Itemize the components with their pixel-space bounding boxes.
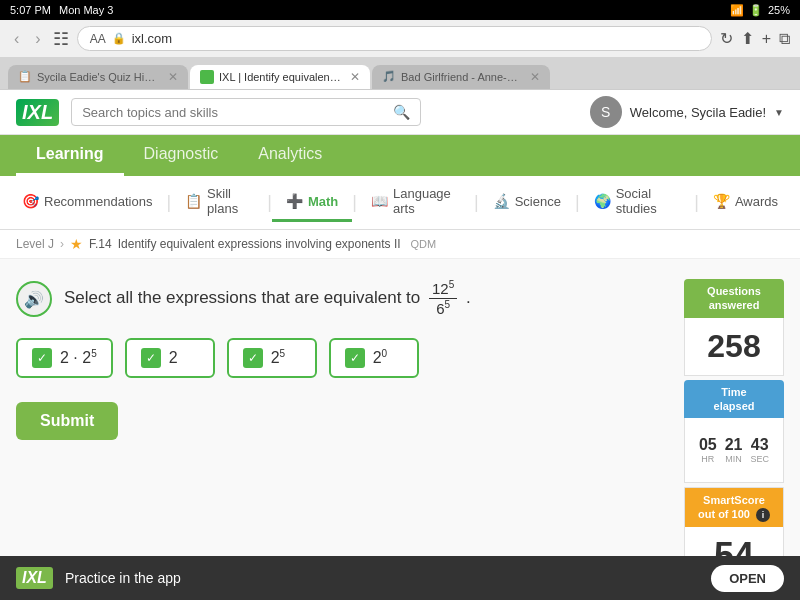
time-sec-unit: 43 SEC [750,436,769,464]
science-icon: 🔬 [493,193,510,209]
tab-close-music[interactable]: ✕ [530,70,540,84]
browser-toolbar: ‹ › ☷ AA 🔒 ixl.com ↻ ⬆ + ⧉ [0,20,800,57]
user-menu[interactable]: S Welcome, Sycila Eadie! ▼ [590,96,784,128]
reload-button[interactable]: ↻ [720,29,733,48]
recommendations-icon: 🎯 [22,193,39,209]
banner-logo-text: IXL [22,569,47,586]
status-time: 5:07 PM [10,4,51,16]
status-day: Mon May 3 [59,4,113,16]
browser-tab-ixl[interactable]: IXL | Identify equivalent expressions in… [190,65,370,89]
subnav-awards[interactable]: 🏆 Awards [699,183,792,222]
breadcrumb-tag: QDM [411,238,437,250]
browser-tabs: 📋 Sycila Eadie's Quiz History: Ch 9 Test… [0,57,800,89]
tab-title-ixl: IXL | Identify equivalent expressions in… [219,71,341,83]
font-size-label: AA [90,32,106,46]
questions-answered-label: Questions answered [684,279,784,318]
main-content: 🔊 Select all the expressions that are eq… [0,259,800,600]
tab-title-quiz: Sycila Eadie's Quiz History: Ch 9 Test [37,71,159,83]
time-min-unit: 21 MIN [725,436,743,464]
time-hr-label: HR [699,454,717,464]
subnav-language-arts-label: Language arts [393,186,460,216]
tab-switcher-button[interactable]: ⧉ [779,30,790,48]
sub-nav: 🎯 Recommendations | 📋 Skill plans | ➕ Ma… [0,176,800,230]
choice-2[interactable]: ✓ 2 [125,338,215,378]
url-bar[interactable]: AA 🔒 ixl.com [77,26,712,51]
ixl-app: IXL 🔍 S Welcome, Sycila Eadie! ▼ Learnin… [0,90,800,570]
time-min-label: MIN [725,454,743,464]
subnav-math-label: Math [308,194,338,209]
subnav-awards-label: Awards [735,194,778,209]
choice-3[interactable]: ✓ 25 [227,338,317,378]
back-button[interactable]: ‹ [10,28,23,50]
subnav-science-label: Science [515,194,561,209]
choice-1[interactable]: ✓ 2 · 25 [16,338,113,378]
fraction-denominator: 65 [433,299,453,318]
audio-button[interactable]: 🔊 [16,281,52,317]
choice-4[interactable]: ✓ 20 [329,338,419,378]
tab-title-music: Bad Girlfriend - Anne-Marie [401,71,521,83]
share-button[interactable]: ⬆ [741,29,754,48]
forward-button[interactable]: › [31,28,44,50]
user-dropdown-icon[interactable]: ▼ [774,107,784,118]
nav-item-learning[interactable]: Learning [16,135,124,176]
subnav-math[interactable]: ➕ Math [272,183,352,222]
lock-icon: 🔒 [112,32,126,45]
nav-item-analytics[interactable]: Analytics [238,135,342,176]
fraction-numerator: 125 [429,279,457,299]
search-bar[interactable]: 🔍 [71,98,421,126]
subnav-social-studies-label: Social studies [616,186,681,216]
question-prompt: Select all the expressions that are equi… [64,288,420,307]
search-input[interactable] [82,105,387,120]
question-text: Select all the expressions that are equi… [64,279,471,318]
time-elapsed-label: Time elapsed [684,380,784,419]
avatar-initial: S [601,104,610,120]
bookmarks-button[interactable]: ☷ [53,28,69,50]
time-hr-value: 05 [699,436,717,454]
status-bar-right: 📶 🔋 25% [730,4,790,17]
time-hr-unit: 05 HR [699,436,717,464]
nav-item-diagnostic[interactable]: Diagnostic [124,135,239,176]
checkbox-2[interactable]: ✓ [141,348,161,368]
questions-answered-value: 258 [707,328,760,364]
ixl-header: IXL 🔍 S Welcome, Sycila Eadie! ▼ [0,90,800,135]
checkbox-1[interactable]: ✓ [32,348,52,368]
time-row: 05 HR 21 MIN 43 SEC [691,428,777,472]
smart-score-info-icon[interactable]: i [756,508,770,522]
fraction-display: 125 65 [429,279,457,318]
url-text: ixl.com [132,31,172,46]
submit-button[interactable]: Submit [16,402,118,440]
checkbox-3[interactable]: ✓ [243,348,263,368]
subnav-science[interactable]: 🔬 Science [479,183,575,222]
main-nav: Learning Diagnostic Analytics [0,135,800,176]
breadcrumb-level[interactable]: Level J [16,237,54,251]
battery-icon: 🔋 [749,4,763,17]
breadcrumb-skill-code: F.14 [89,237,112,251]
time-min-value: 21 [725,436,743,454]
banner-open-button[interactable]: OPEN [711,565,784,592]
stats-panel: Questions answered 258 Time elapsed 05 H… [684,279,784,600]
browser-tab-music[interactable]: 🎵 Bad Girlfriend - Anne-Marie ✕ [372,65,550,89]
avatar: S [590,96,622,128]
subnav-recommendations[interactable]: 🎯 Recommendations [8,183,166,222]
checkbox-4[interactable]: ✓ [345,348,365,368]
questions-answered-value-box: 258 [684,318,784,376]
choice-text-2: 2 [169,349,178,367]
subnav-recommendations-label: Recommendations [44,194,152,209]
user-greeting: Welcome, Sycila Eadie! [630,105,766,120]
subnav-language-arts[interactable]: 📖 Language arts [357,176,474,229]
bottom-banner: IXL Practice in the app OPEN [0,556,800,600]
time-sec-label: SEC [750,454,769,464]
ixl-logo-text: IXL [22,101,53,124]
browser-actions: ↻ ⬆ + ⧉ [720,29,790,48]
breadcrumb-star-icon[interactable]: ★ [70,236,83,252]
subnav-social-studies[interactable]: 🌍 Social studies [580,176,695,229]
wifi-icon: 📶 [730,4,744,17]
question-end: . [466,288,471,307]
new-tab-button[interactable]: + [762,30,771,48]
ixl-logo: IXL [16,99,59,126]
tab-close-ixl[interactable]: ✕ [350,70,360,84]
browser-tab-quiz[interactable]: 📋 Sycila Eadie's Quiz History: Ch 9 Test… [8,65,188,89]
subnav-skill-plans[interactable]: 📋 Skill plans [171,176,267,229]
question-header: 🔊 Select all the expressions that are eq… [16,279,664,318]
tab-close-quiz[interactable]: ✕ [168,70,178,84]
